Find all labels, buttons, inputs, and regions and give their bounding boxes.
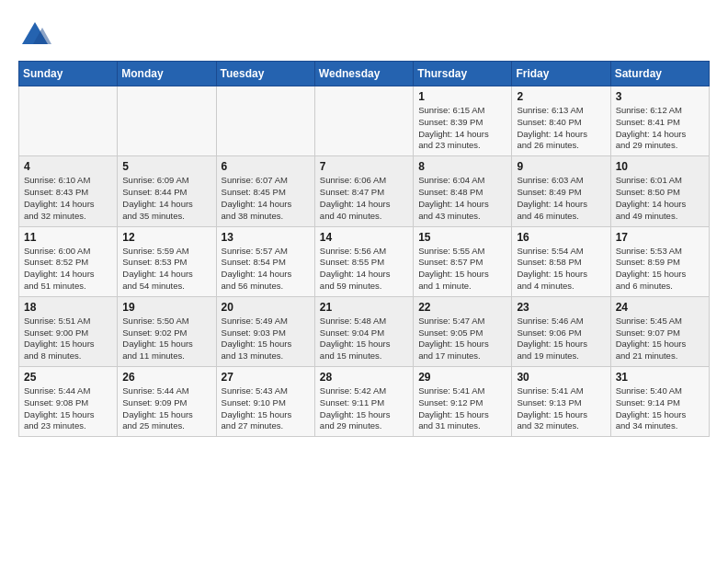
calendar-cell: 26Sunrise: 5:44 AM Sunset: 9:09 PM Dayli… — [118, 367, 216, 437]
day-number: 18 — [24, 301, 112, 314]
day-number: 7 — [320, 160, 408, 173]
weekday-header-tuesday: Tuesday — [216, 62, 314, 86]
day-number: 5 — [122, 160, 210, 173]
day-number: 26 — [122, 371, 210, 384]
day-number: 14 — [320, 231, 408, 244]
calendar-cell — [216, 86, 314, 156]
calendar-cell: 15Sunrise: 5:55 AM Sunset: 8:57 PM Dayli… — [414, 226, 512, 296]
day-number: 17 — [616, 231, 704, 244]
day-info: Sunrise: 5:53 AM Sunset: 8:59 PM Dayligh… — [616, 246, 704, 293]
day-info: Sunrise: 5:56 AM Sunset: 8:55 PM Dayligh… — [320, 246, 408, 293]
calendar-week-2: 4Sunrise: 6:10 AM Sunset: 8:43 PM Daylig… — [19, 156, 710, 226]
calendar-week-4: 18Sunrise: 5:51 AM Sunset: 9:00 PM Dayli… — [19, 296, 710, 366]
calendar-cell: 8Sunrise: 6:04 AM Sunset: 8:48 PM Daylig… — [414, 156, 512, 226]
day-info: Sunrise: 5:42 AM Sunset: 9:11 PM Dayligh… — [320, 385, 408, 432]
logo-icon — [18, 18, 51, 52]
day-info: Sunrise: 6:12 AM Sunset: 8:41 PM Dayligh… — [616, 105, 704, 152]
page-header — [18, 18, 710, 52]
day-number: 30 — [517, 371, 605, 384]
calendar-cell — [19, 86, 118, 156]
calendar-week-3: 11Sunrise: 6:00 AM Sunset: 8:52 PM Dayli… — [19, 226, 710, 296]
day-info: Sunrise: 5:48 AM Sunset: 9:04 PM Dayligh… — [320, 316, 408, 362]
calendar-cell: 10Sunrise: 6:01 AM Sunset: 8:50 PM Dayli… — [610, 156, 709, 226]
calendar-cell — [118, 86, 216, 156]
logo — [18, 18, 55, 52]
day-number: 4 — [24, 160, 112, 173]
day-info: Sunrise: 5:54 AM Sunset: 8:58 PM Dayligh… — [517, 246, 605, 293]
calendar-cell: 30Sunrise: 5:41 AM Sunset: 9:13 PM Dayli… — [512, 367, 610, 437]
day-info: Sunrise: 6:15 AM Sunset: 8:39 PM Dayligh… — [418, 105, 506, 152]
calendar-cell: 12Sunrise: 5:59 AM Sunset: 8:53 PM Dayli… — [118, 226, 216, 296]
calendar-cell: 17Sunrise: 5:53 AM Sunset: 8:59 PM Dayli… — [610, 226, 709, 296]
day-number: 15 — [418, 231, 506, 244]
calendar-cell: 23Sunrise: 5:46 AM Sunset: 9:06 PM Dayli… — [512, 296, 610, 366]
calendar-cell: 19Sunrise: 5:50 AM Sunset: 9:02 PM Dayli… — [118, 296, 216, 366]
day-number: 28 — [320, 371, 408, 384]
day-number: 10 — [616, 160, 704, 173]
calendar-cell: 3Sunrise: 6:12 AM Sunset: 8:41 PM Daylig… — [610, 86, 709, 156]
calendar-cell: 31Sunrise: 5:40 AM Sunset: 9:14 PM Dayli… — [610, 367, 709, 437]
calendar-cell: 27Sunrise: 5:43 AM Sunset: 9:10 PM Dayli… — [216, 367, 314, 437]
day-number: 2 — [517, 90, 605, 103]
day-number: 27 — [222, 371, 310, 384]
calendar-cell: 14Sunrise: 5:56 AM Sunset: 8:55 PM Dayli… — [314, 226, 413, 296]
calendar-cell: 21Sunrise: 5:48 AM Sunset: 9:04 PM Dayli… — [314, 296, 413, 366]
calendar-cell: 5Sunrise: 6:09 AM Sunset: 8:44 PM Daylig… — [118, 156, 216, 226]
day-number: 3 — [616, 90, 704, 103]
calendar-cell: 28Sunrise: 5:42 AM Sunset: 9:11 PM Dayli… — [314, 367, 413, 437]
day-info: Sunrise: 5:40 AM Sunset: 9:14 PM Dayligh… — [616, 385, 704, 432]
day-info: Sunrise: 6:04 AM Sunset: 8:48 PM Dayligh… — [418, 175, 506, 222]
day-info: Sunrise: 5:50 AM Sunset: 9:02 PM Dayligh… — [122, 316, 210, 362]
calendar-cell: 6Sunrise: 6:07 AM Sunset: 8:45 PM Daylig… — [216, 156, 314, 226]
weekday-header-friday: Friday — [512, 62, 610, 86]
weekday-header-row: SundayMondayTuesdayWednesdayThursdayFrid… — [19, 62, 710, 86]
day-number: 24 — [616, 301, 704, 314]
calendar-cell: 4Sunrise: 6:10 AM Sunset: 8:43 PM Daylig… — [19, 156, 118, 226]
day-number: 11 — [24, 231, 112, 244]
day-info: Sunrise: 6:06 AM Sunset: 8:47 PM Dayligh… — [320, 175, 408, 222]
calendar-cell: 9Sunrise: 6:03 AM Sunset: 8:49 PM Daylig… — [512, 156, 610, 226]
day-info: Sunrise: 5:41 AM Sunset: 9:12 PM Dayligh… — [418, 385, 506, 432]
day-number: 9 — [517, 160, 605, 173]
day-number: 13 — [222, 231, 310, 244]
weekday-header-monday: Monday — [118, 62, 216, 86]
day-number: 29 — [418, 371, 506, 384]
calendar-week-1: 1Sunrise: 6:15 AM Sunset: 8:39 PM Daylig… — [19, 86, 710, 156]
calendar-table: SundayMondayTuesdayWednesdayThursdayFrid… — [18, 61, 710, 437]
calendar-cell: 2Sunrise: 6:13 AM Sunset: 8:40 PM Daylig… — [512, 86, 610, 156]
weekday-header-thursday: Thursday — [414, 62, 512, 86]
calendar-cell: 22Sunrise: 5:47 AM Sunset: 9:05 PM Dayli… — [414, 296, 512, 366]
calendar-cell: 18Sunrise: 5:51 AM Sunset: 9:00 PM Dayli… — [19, 296, 118, 366]
weekday-header-wednesday: Wednesday — [314, 62, 413, 86]
day-info: Sunrise: 5:47 AM Sunset: 9:05 PM Dayligh… — [418, 316, 506, 362]
day-number: 6 — [222, 160, 310, 173]
day-info: Sunrise: 5:49 AM Sunset: 9:03 PM Dayligh… — [222, 316, 310, 362]
calendar-cell: 1Sunrise: 6:15 AM Sunset: 8:39 PM Daylig… — [414, 86, 512, 156]
day-info: Sunrise: 5:41 AM Sunset: 9:13 PM Dayligh… — [517, 385, 605, 432]
weekday-header-sunday: Sunday — [19, 62, 118, 86]
day-info: Sunrise: 5:44 AM Sunset: 9:09 PM Dayligh… — [122, 385, 210, 432]
calendar-cell: 7Sunrise: 6:06 AM Sunset: 8:47 PM Daylig… — [314, 156, 413, 226]
day-number: 21 — [320, 301, 408, 314]
day-number: 20 — [222, 301, 310, 314]
day-info: Sunrise: 5:57 AM Sunset: 8:54 PM Dayligh… — [222, 246, 310, 293]
weekday-header-saturday: Saturday — [610, 62, 709, 86]
day-info: Sunrise: 5:43 AM Sunset: 9:10 PM Dayligh… — [222, 385, 310, 432]
calendar-cell: 24Sunrise: 5:45 AM Sunset: 9:07 PM Dayli… — [610, 296, 709, 366]
day-number: 12 — [122, 231, 210, 244]
calendar-cell: 11Sunrise: 6:00 AM Sunset: 8:52 PM Dayli… — [19, 226, 118, 296]
day-number: 19 — [122, 301, 210, 314]
day-number: 1 — [418, 90, 506, 103]
day-number: 22 — [418, 301, 506, 314]
calendar-cell: 20Sunrise: 5:49 AM Sunset: 9:03 PM Dayli… — [216, 296, 314, 366]
day-info: Sunrise: 6:10 AM Sunset: 8:43 PM Dayligh… — [24, 175, 112, 222]
day-number: 31 — [616, 371, 704, 384]
calendar-cell: 29Sunrise: 5:41 AM Sunset: 9:12 PM Dayli… — [414, 367, 512, 437]
day-info: Sunrise: 5:45 AM Sunset: 9:07 PM Dayligh… — [616, 316, 704, 362]
day-info: Sunrise: 6:03 AM Sunset: 8:49 PM Dayligh… — [517, 175, 605, 222]
day-info: Sunrise: 5:59 AM Sunset: 8:53 PM Dayligh… — [122, 246, 210, 293]
day-info: Sunrise: 5:44 AM Sunset: 9:08 PM Dayligh… — [24, 385, 112, 432]
calendar-week-5: 25Sunrise: 5:44 AM Sunset: 9:08 PM Dayli… — [19, 367, 710, 437]
day-number: 8 — [418, 160, 506, 173]
day-info: Sunrise: 6:09 AM Sunset: 8:44 PM Dayligh… — [122, 175, 210, 222]
